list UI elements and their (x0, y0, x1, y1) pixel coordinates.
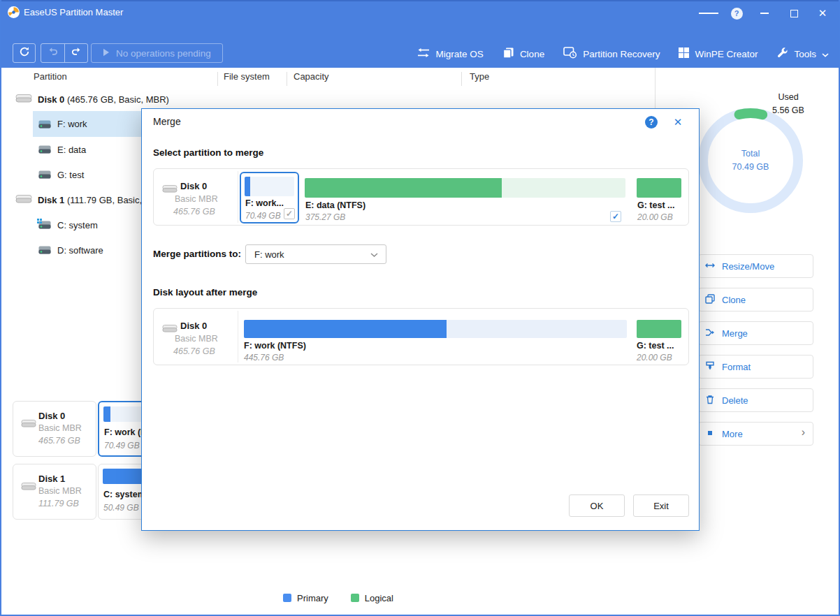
partition-label: F: work... (245, 198, 284, 208)
partition-size: 70.49 GB (104, 441, 140, 450)
window-border-left (0, 0, 1, 616)
winpe-creator-icon (679, 47, 689, 60)
migrate-os-button[interactable]: Migrate OS (417, 47, 484, 60)
delete-button[interactable]: Delete (698, 388, 813, 412)
maximize-icon[interactable] (784, 4, 804, 22)
partition-size: 445.76 GB (244, 353, 284, 362)
partition-icon (38, 246, 51, 254)
column-divider (461, 72, 462, 86)
disk1-map-card[interactable]: Disk 1 Basic MBR 111.79 GB (13, 464, 96, 520)
primary-color-swatch (283, 594, 291, 602)
disk-icon (15, 94, 32, 105)
legend-logical: Logical (351, 593, 393, 603)
clone-button[interactable]: Clone (502, 47, 544, 61)
source-partition-g[interactable]: G: test ... 20.00 GB (634, 172, 686, 223)
result-partition-f-bar (244, 320, 627, 338)
merge-to-select[interactable]: F: work (245, 244, 386, 264)
resize-move-label: Resize/Move (722, 261, 774, 272)
partition-icon (38, 120, 51, 129)
chevron-right-icon: › (802, 426, 805, 439)
partition-usage-bar (305, 178, 625, 198)
column-divider (217, 72, 218, 86)
partition-size: 20.00 GB (637, 353, 672, 362)
redo-button[interactable] (64, 44, 87, 62)
partition-label: F: work (N (104, 427, 147, 437)
disk-icon (21, 481, 36, 494)
disk-name: Disk 0 (180, 321, 207, 331)
partition-label: G: test ... (637, 200, 674, 210)
tools-label: Tools (794, 49, 816, 59)
select-partition-heading: Select partition to merge (153, 147, 263, 158)
clone-icon (705, 294, 715, 306)
disk-kind: Basic MBR (175, 334, 218, 344)
merge-icon (705, 328, 715, 339)
partition-type-legend: Primary Logical (283, 593, 393, 603)
format-icon (705, 361, 715, 373)
exit-button[interactable]: Exit (633, 494, 689, 517)
redo-icon (71, 47, 82, 59)
clone-label: Clone (722, 295, 746, 305)
dialog-help-icon[interactable]: ? (645, 116, 658, 129)
windows-flag-icon (37, 219, 43, 224)
disk-kind: Basic MBR (38, 423, 82, 433)
used-space-label: Used 5.56 GB (766, 91, 811, 117)
tree-row-label: Disk 1 (111.79 GB, Basic, (38, 195, 142, 205)
partition-size: 70.49 GB (245, 211, 281, 221)
resize-move-button[interactable]: Resize/Move (698, 254, 813, 278)
winpe-creator-button[interactable]: WinPE Creator (679, 47, 758, 60)
minimize-icon[interactable] (755, 4, 774, 22)
disk-kind: Basic MBR (38, 486, 82, 496)
disk-icon (21, 418, 36, 431)
partition-size: 50.49 GB (103, 503, 139, 513)
ok-button[interactable]: OK (569, 494, 625, 517)
merge-label: Merge (722, 328, 748, 339)
delete-label: Delete (722, 395, 748, 406)
tree-row-label: E: data (57, 145, 86, 155)
play-icon (103, 48, 110, 59)
result-disk-row: Disk 0 Basic MBR 465.76 GB F: work (NTFS… (153, 308, 689, 365)
merge-to-label: Merge partitions to: (153, 249, 241, 259)
source-partition-f[interactable]: F: work... 70.49 GB ✓ (240, 172, 299, 223)
partition-icon (38, 170, 51, 179)
tree-row-label: F: work (57, 119, 87, 129)
tree-row-label: C: system (57, 220, 98, 230)
divider (238, 171, 238, 223)
merge-action-button[interactable]: Merge (698, 321, 813, 345)
dialog-close-icon[interactable]: ✕ (671, 115, 685, 129)
winpe-creator-label: WinPE Creator (695, 49, 758, 59)
tree-row-label: Disk 0 (465.76 GB, Basic, MBR) (38, 94, 169, 105)
pending-operations-button[interactable]: No operations pending (91, 43, 223, 63)
source-partition-e[interactable]: E: data (NTFS) 375.27 GB ✓ (302, 172, 628, 223)
partition-recovery-button[interactable]: Partition Recovery (563, 47, 660, 61)
menu-list-icon[interactable] (699, 4, 718, 22)
partition-icon (38, 145, 51, 154)
tree-row-label: D: software (57, 245, 103, 256)
column-header-partition[interactable]: Partition (34, 71, 67, 82)
titlebar: EaseUS Partition Master ? ✕ No operation… (0, 0, 840, 68)
disk-name: Disk 0 (38, 411, 65, 421)
undo-button[interactable] (41, 44, 64, 62)
close-icon[interactable]: ✕ (813, 4, 832, 22)
tools-button[interactable]: Tools (776, 47, 829, 61)
partition-f-checkbox[interactable]: ✓ (284, 208, 295, 219)
chevron-down-icon (370, 253, 378, 258)
partition-label: E: data (NTFS) (305, 200, 365, 210)
more-button[interactable]: More › (698, 422, 813, 446)
divider (238, 311, 238, 362)
legend-primary: Primary (283, 593, 328, 603)
column-header-type[interactable]: Type (470, 71, 489, 82)
disk-kind: Basic MBR (175, 194, 218, 204)
refresh-button[interactable] (13, 43, 36, 63)
disk-icon (15, 194, 32, 206)
total-space-label: Total 70.49 GB (709, 147, 792, 174)
column-header-capacity[interactable]: Capacity (294, 71, 329, 82)
disk-size: 111.79 GB (38, 499, 79, 508)
partition-label: F: work (NTFS) (244, 341, 306, 351)
partition-e-checkbox[interactable]: ✓ (610, 211, 621, 222)
help-icon[interactable]: ? (727, 4, 746, 22)
clone-action-button[interactable]: Clone (698, 288, 813, 311)
disk-name: Disk 1 (38, 474, 65, 484)
disk0-map-card[interactable]: Disk 0 Basic MBR 465.76 GB (13, 401, 96, 457)
format-button[interactable]: Format (698, 355, 813, 379)
column-header-file-system[interactable]: File system (224, 71, 270, 82)
